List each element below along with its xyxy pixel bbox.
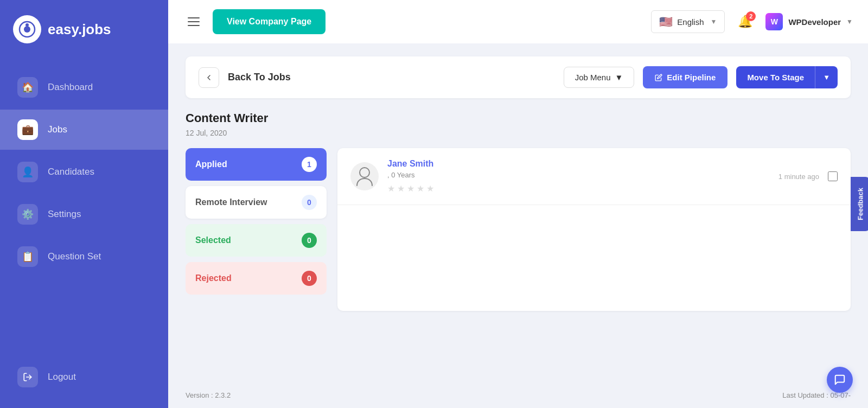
- candidate-info: Jane Smith , 0 Years ★ ★ ★ ★ ★: [387, 159, 770, 194]
- hamburger-line-3: [188, 25, 200, 26]
- sidebar-item-dashboard-label: Dashboard: [48, 82, 93, 93]
- lang-chevron-icon: ▼: [711, 18, 717, 25]
- candidate-checkbox[interactable]: [828, 171, 838, 181]
- edit-pipeline-button[interactable]: Edit Pipeline: [643, 66, 727, 88]
- pipeline-stages: Applied 1 Remote Interview 0 Selected 0 …: [186, 148, 327, 295]
- content-area: Back To Jobs Job Menu ▼ Edit Pipeline Mo…: [168, 43, 868, 382]
- sidebar-item-dashboard[interactable]: 🏠 Dashboard: [0, 67, 168, 107]
- hamburger-menu[interactable]: [183, 13, 204, 30]
- version-label: Version : 2.3.2: [186, 391, 231, 399]
- candidate-name[interactable]: Jane Smith: [387, 159, 770, 169]
- pipeline-area: Applied 1 Remote Interview 0 Selected 0 …: [186, 148, 851, 311]
- sidebar-nav: 🏠 Dashboard 💼 Jobs 👤 Candidates ⚙️ Setti…: [0, 59, 168, 285]
- sidebar-item-candidates[interactable]: 👤 Candidates: [0, 152, 168, 192]
- home-icon: 🏠: [17, 77, 38, 98]
- job-header: Content Writer 12 Jul, 2020: [186, 111, 851, 137]
- edit-pipeline-label: Edit Pipeline: [667, 73, 716, 82]
- stage-selected[interactable]: Selected 0: [186, 224, 327, 257]
- stage-applied-badge: 1: [302, 157, 317, 172]
- stage-remote-interview-label: Remote Interview: [195, 197, 267, 207]
- sidebar-item-settings-label: Settings: [48, 209, 81, 220]
- chat-button[interactable]: [827, 367, 853, 393]
- sidebar-item-settings[interactable]: ⚙️ Settings: [0, 194, 168, 234]
- move-stage-main-label: Move To Stage: [736, 66, 815, 88]
- job-title: Content Writer: [186, 111, 851, 125]
- feedback-label: Feedback: [857, 188, 865, 220]
- stage-applied-label: Applied: [195, 160, 227, 169]
- hamburger-line-2: [188, 21, 200, 22]
- sidebar-item-jobs[interactable]: 💼 Jobs: [0, 110, 168, 150]
- stage-rejected-label: Rejected: [195, 273, 232, 283]
- stage-remote-interview-badge: 0: [302, 195, 317, 210]
- job-menu-chevron-icon: ▼: [615, 73, 623, 82]
- back-button[interactable]: [199, 67, 219, 88]
- app-name: easy.jobs: [48, 21, 111, 38]
- candidate-time-ago: 1 minute ago: [778, 173, 819, 181]
- main-area: View Company Page 🇺🇸 English ▼ 🔔 2 W WPD…: [168, 0, 868, 408]
- user-info[interactable]: W WPDeveloper ▼: [765, 13, 853, 30]
- notification-badge: 2: [746, 11, 756, 21]
- logo-icon: [13, 15, 41, 43]
- header: View Company Page 🇺🇸 English ▼ 🔔 2 W WPD…: [168, 0, 868, 43]
- user-chevron-icon: ▼: [846, 18, 853, 25]
- candidate-experience: , 0 Years: [387, 171, 770, 179]
- candidate-avatar: [350, 162, 379, 190]
- svg-point-5: [360, 168, 369, 177]
- hamburger-line-1: [188, 17, 200, 18]
- job-date: 12 Jul, 2020: [186, 129, 851, 137]
- job-menu-label: Job Menu: [575, 73, 611, 82]
- sidebar: easy.jobs 🏠 Dashboard 💼 Jobs 👤 Candidate…: [0, 0, 168, 408]
- logout-button[interactable]: Logout: [0, 357, 168, 397]
- move-to-stage-button[interactable]: Move To Stage ▼: [736, 66, 838, 88]
- stage-rejected[interactable]: Rejected 0: [186, 262, 327, 295]
- star-1: ★: [387, 183, 395, 194]
- user-name: WPDeveloper: [788, 17, 841, 27]
- sidebar-item-jobs-label: Jobs: [48, 124, 67, 135]
- language-selector[interactable]: 🇺🇸 English ▼: [651, 10, 725, 33]
- back-label: Back To Jobs: [228, 72, 555, 83]
- star-2: ★: [397, 183, 405, 194]
- svg-point-2: [25, 23, 29, 27]
- stage-rejected-badge: 0: [302, 271, 317, 286]
- user-avatar: W: [765, 13, 783, 30]
- stage-selected-badge: 0: [302, 233, 317, 248]
- feedback-tab[interactable]: Feedback: [851, 177, 868, 231]
- candidates-panel: Jane Smith , 0 Years ★ ★ ★ ★ ★ 1 minute …: [337, 148, 851, 311]
- star-3: ★: [407, 183, 414, 194]
- star-5: ★: [426, 183, 434, 194]
- question-set-icon: 📋: [17, 246, 38, 267]
- back-bar: Back To Jobs Job Menu ▼ Edit Pipeline Mo…: [186, 56, 851, 98]
- move-stage-chevron-icon: ▼: [815, 67, 838, 88]
- notification-button[interactable]: 🔔 2: [733, 10, 757, 33]
- footer-bar: Version : 2.3.2 Last Updated : 05-07-: [168, 382, 868, 408]
- settings-icon: ⚙️: [17, 204, 38, 225]
- sidebar-item-question-set[interactable]: 📋 Question Set: [0, 237, 168, 277]
- stage-remote-interview[interactable]: Remote Interview 0: [186, 186, 327, 219]
- stage-applied[interactable]: Applied 1: [186, 148, 327, 181]
- job-menu-button[interactable]: Job Menu ▼: [564, 67, 635, 88]
- logout-icon: [17, 367, 38, 387]
- sidebar-item-candidates-label: Candidates: [48, 167, 94, 177]
- jobs-icon: 💼: [17, 119, 38, 140]
- star-4: ★: [417, 183, 424, 194]
- table-row: Jane Smith , 0 Years ★ ★ ★ ★ ★ 1 minute …: [337, 148, 851, 205]
- sidebar-logo: easy.jobs: [0, 0, 168, 59]
- star-rating: ★ ★ ★ ★ ★: [387, 183, 770, 194]
- view-company-button[interactable]: View Company Page: [213, 9, 326, 34]
- stage-selected-label: Selected: [195, 235, 231, 245]
- flag-icon: 🇺🇸: [659, 15, 673, 28]
- language-label: English: [677, 17, 704, 27]
- logout-label: Logout: [48, 372, 76, 382]
- candidates-icon: 👤: [17, 162, 38, 182]
- sidebar-item-question-set-label: Question Set: [48, 251, 101, 262]
